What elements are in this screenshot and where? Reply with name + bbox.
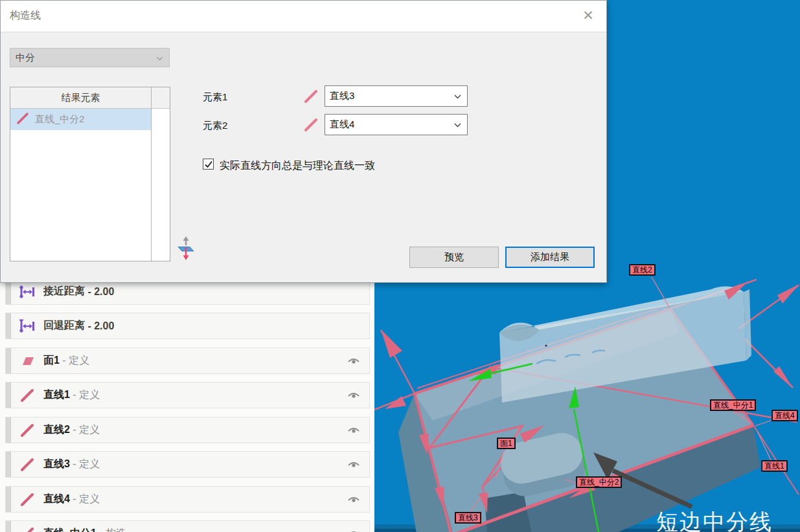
element-label-line1[interactable]: 直线1 bbox=[761, 460, 788, 472]
tree-row-label: 面1 bbox=[43, 354, 60, 368]
result-item-label: 直线_中分2 bbox=[35, 113, 85, 126]
tree-row-retract-distance[interactable]: 回退距离 - 2.00 bbox=[5, 313, 370, 339]
tree-row-line1[interactable]: 直线1 - 定义 bbox=[5, 382, 370, 408]
visibility-eye-icon[interactable] bbox=[347, 495, 360, 504]
line-icon bbox=[303, 116, 319, 133]
result-elements-list[interactable]: 结果元素 直线_中分2 bbox=[10, 87, 170, 261]
tree-row-label: 直线_中分1 bbox=[43, 527, 97, 532]
element-label-midline2[interactable]: 直线_中分2 bbox=[576, 476, 622, 488]
chevron-down-icon bbox=[454, 123, 461, 127]
line-icon bbox=[16, 112, 30, 127]
element2-label: 元素2 bbox=[203, 120, 227, 132]
method-dropdown[interactable]: 中分 bbox=[10, 48, 170, 67]
row-grip bbox=[6, 417, 11, 443]
dialog-titlebar[interactable]: 构造线 ✕ bbox=[1, 1, 606, 32]
element1-dropdown-value: 直线3 bbox=[330, 90, 354, 102]
direction-checkbox-label: 实际直线方向总是与理论直线一致 bbox=[220, 159, 375, 173]
tree-row-label: 直线2 bbox=[43, 423, 70, 437]
row-grip bbox=[6, 313, 11, 338]
preview-button[interactable]: 预览 bbox=[409, 247, 499, 268]
close-icon[interactable]: ✕ bbox=[579, 6, 597, 25]
construct-line-dialog: 构造线 ✕ 中分 结果元素 直线_中分2 元素1 bbox=[0, 0, 607, 283]
add-result-button[interactable]: 添加结果 bbox=[505, 247, 595, 268]
app-window: 直线2 直线_中分1 直线4 直线1 面1 直线_中分2 直线3 短边中分线 接… bbox=[0, 0, 800, 532]
tree-row-midline1[interactable]: 直线_中分1 - 构造 bbox=[5, 520, 370, 532]
line-icon bbox=[19, 492, 36, 507]
tree-row-label: 直线4 bbox=[43, 493, 70, 506]
result-list-header-label: 结果元素 bbox=[10, 92, 151, 104]
row-grip bbox=[6, 382, 11, 408]
method-dropdown-value: 中分 bbox=[16, 52, 35, 64]
element-label-line2[interactable]: 直线2 bbox=[629, 264, 656, 276]
result-list-header: 结果元素 bbox=[10, 87, 170, 109]
element2-dropdown[interactable]: 直线4 bbox=[325, 114, 468, 135]
row-grip bbox=[6, 452, 11, 477]
element2-dropdown-value: 直线4 bbox=[330, 118, 354, 131]
plane-icon bbox=[19, 353, 36, 369]
visibility-eye-icon[interactable] bbox=[347, 426, 360, 434]
element-label-midline1[interactable]: 直线_中分1 bbox=[710, 399, 756, 411]
result-list-item-selected[interactable]: 直线_中分2 bbox=[10, 109, 151, 130]
visibility-eye-icon[interactable] bbox=[347, 529, 360, 532]
row-grip bbox=[6, 521, 11, 532]
chevron-down-icon bbox=[156, 56, 163, 61]
line-icon bbox=[19, 423, 36, 438]
approach-distance-icon bbox=[19, 284, 36, 300]
visibility-eye-icon[interactable] bbox=[347, 357, 360, 365]
element-label-line3[interactable]: 直线3 bbox=[455, 512, 481, 524]
tree-row-line3[interactable]: 直线3 - 定义 bbox=[5, 451, 370, 478]
tree-row-value: - 定义 bbox=[60, 354, 89, 368]
row-grip bbox=[6, 487, 11, 512]
row-grip bbox=[6, 348, 11, 373]
tree-row-value: - 构造 bbox=[97, 527, 126, 532]
line-icon bbox=[19, 457, 36, 472]
line-icon bbox=[19, 388, 36, 403]
tree-row-value: - 定义 bbox=[70, 493, 100, 506]
line-icon bbox=[19, 526, 36, 532]
tree-row-line4[interactable]: 直线4 - 定义 bbox=[5, 486, 370, 513]
tree-row-label: 回退距离 bbox=[43, 319, 85, 333]
line-icon bbox=[303, 88, 319, 105]
element1-label: 元素1 bbox=[203, 91, 227, 104]
tree-row-value: - 定义 bbox=[70, 458, 100, 471]
visibility-eye-icon[interactable] bbox=[347, 391, 360, 399]
tree-row-line2[interactable]: 直线2 - 定义 bbox=[5, 417, 370, 443]
element1-dropdown[interactable]: 直线3 bbox=[325, 85, 468, 107]
tree-row-value: - 定义 bbox=[70, 423, 100, 437]
tree-row-value: - 2.00 bbox=[85, 286, 114, 298]
tree-row-plane1[interactable]: 面1 - 定义 bbox=[5, 348, 370, 374]
tree-row-label: 直线1 bbox=[43, 388, 70, 402]
flip-direction-icon[interactable] bbox=[177, 236, 195, 260]
tree-row-label: 直线3 bbox=[43, 458, 70, 471]
visibility-eye-icon[interactable] bbox=[347, 460, 360, 469]
viewport-caption: 短边中分线 bbox=[656, 507, 773, 532]
element-label-line4[interactable]: 直线4 bbox=[771, 410, 798, 421]
tree-row-value: - 2.00 bbox=[85, 320, 114, 332]
column-divider bbox=[151, 87, 152, 261]
dialog-title: 构造线 bbox=[10, 9, 41, 23]
direction-checkbox[interactable] bbox=[203, 159, 214, 170]
check-icon bbox=[204, 160, 213, 169]
element-label-plane1[interactable]: 面1 bbox=[497, 438, 516, 449]
tree-row-value: - 定义 bbox=[70, 388, 100, 402]
tree-row-label: 接近距离 bbox=[43, 285, 85, 298]
retract-distance-icon bbox=[19, 318, 36, 334]
chevron-down-icon bbox=[454, 94, 461, 99]
